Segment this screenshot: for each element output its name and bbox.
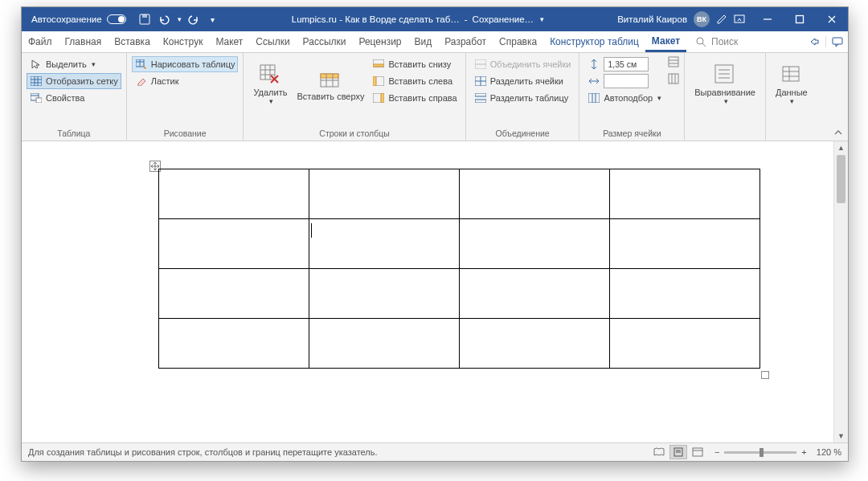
zoom-control: − + 120 % [714,447,841,457]
svg-rect-36 [373,76,376,86]
svg-rect-4 [796,16,804,23]
maximize-button[interactable] [784,7,816,31]
toggle-on-icon [107,14,126,24]
quick-access-toolbar: ▾ ▾ [133,12,225,26]
draw-table-button[interactable]: Нарисовать таблицу [132,56,239,72]
group-cell-size: 1,35 см Автоподбор▾ Размер ячейк [579,53,685,141]
svg-rect-38 [381,93,384,103]
avatar[interactable]: ВК [694,11,710,27]
split-cells-button[interactable]: Разделить ячейки [471,73,575,89]
tab-mailings[interactable]: Рассылки [297,31,353,52]
distribute-rows-icon[interactable] [668,56,679,72]
zoom-in-button[interactable]: + [801,447,806,457]
tab-developer[interactable]: Разработ [438,31,493,52]
select-button[interactable]: Выделить▾ [27,56,121,72]
tab-review[interactable]: Рецензир [352,31,407,52]
tab-help[interactable]: Справка [493,31,543,52]
merge-icon [474,58,487,71]
view-buttons [650,445,706,459]
view-gridlines-button[interactable]: Отобразить сетку [27,73,121,89]
data-button[interactable]: Данные▾ [771,56,813,112]
tab-table-layout[interactable]: Макет [645,31,686,52]
svg-rect-44 [475,93,486,96]
tab-design[interactable]: Конструк [157,31,210,52]
col-width-icon [588,75,600,88]
insert-above-icon [319,67,342,90]
svg-rect-9 [833,38,842,44]
user-name: Виталий Каиров [617,14,687,24]
tab-home[interactable]: Главная [59,31,108,52]
row-height-field[interactable]: 1,35 см [584,56,665,72]
scroll-thumb[interactable] [837,155,845,203]
group-data: Данные▾ [766,53,817,141]
group-rows-columns: Удалить▾ Вставить сверху Вставить снизу … [244,53,465,141]
split-table-button[interactable]: Разделить таблицу [471,90,575,106]
redo-icon[interactable] [186,12,201,26]
save-icon[interactable] [137,12,152,26]
scroll-down-icon[interactable]: ▼ [834,430,848,442]
pen-icon[interactable] [716,14,727,25]
insert-below-button[interactable]: Вставить снизу [369,56,460,72]
svg-rect-29 [321,74,338,78]
data-icon [780,63,803,86]
print-layout-button[interactable] [669,445,687,459]
tab-references[interactable]: Ссылки [249,31,296,52]
grid-icon [30,75,43,88]
insert-right-button[interactable]: Вставить справа [369,90,460,106]
insert-above-button[interactable]: Вставить сверху [292,56,369,112]
svg-rect-17 [36,98,42,103]
tab-file[interactable]: Файл [22,31,59,52]
minimize-button[interactable] [751,7,784,31]
page[interactable] [22,141,833,442]
svg-rect-48 [588,93,600,103]
read-mode-button[interactable] [650,445,668,459]
close-button[interactable] [816,7,848,31]
search-icon [696,37,706,47]
tab-table-design[interactable]: Конструктор таблиц [543,31,645,52]
autosave-toggle[interactable]: Автосохранение [22,14,133,24]
insert-left-button[interactable]: Вставить слева [369,73,460,89]
word-window: Автосохранение ▾ ▾ Lumpics.ru - Как в Во… [21,6,849,462]
ribbon-display-icon[interactable] [734,14,745,25]
insert-right-icon [372,92,385,104]
document-area: ▲ ▼ [22,141,848,442]
ribbon: Выделить▾ Отобразить сетку Свойства Табл… [22,53,848,141]
qat-customize-icon[interactable]: ▾ [206,12,220,26]
col-width-field[interactable] [584,73,665,89]
undo-icon[interactable] [157,12,171,26]
zoom-slider[interactable] [724,451,796,454]
delete-button[interactable]: Удалить▾ [248,56,292,112]
distribute-cols-icon[interactable] [668,73,679,89]
svg-rect-54 [669,74,678,84]
tab-view[interactable]: Вид [408,31,439,52]
autofit-icon [588,92,600,104]
title-bar: Автосохранение ▾ ▾ Lumpics.ru - Как в Во… [22,7,848,31]
tab-layout[interactable]: Макет [209,31,249,52]
scroll-up-icon[interactable]: ▲ [834,141,848,154]
properties-button[interactable]: Свойства [27,90,121,106]
zoom-out-button[interactable]: − [714,447,719,457]
comments-button[interactable] [825,36,848,47]
eraser-button[interactable]: Ластик [132,73,239,89]
split-table-icon [474,92,487,104]
properties-icon [30,92,43,104]
chevron-down-icon[interactable]: ▾ [178,15,182,23]
alignment-button[interactable]: Выравнивание▾ [690,56,760,112]
chevron-down-icon[interactable]: ▾ [540,15,544,23]
collapse-ribbon-icon[interactable] [833,128,843,137]
vertical-scrollbar[interactable]: ▲ ▼ [833,141,848,442]
menu-right [803,31,848,52]
search-box[interactable]: Поиск [686,31,803,52]
status-hint: Для создания таблицы и рисования строк, … [28,447,650,457]
svg-rect-34 [373,64,384,67]
document-table[interactable] [158,169,760,369]
web-layout-button[interactable] [689,445,706,459]
share-button[interactable] [803,36,825,47]
zoom-level[interactable]: 120 % [817,447,841,457]
autofit-button[interactable]: Автоподбор▾ [584,90,665,106]
group-draw: Нарисовать таблицу Ластик Рисование [127,53,244,141]
tab-insert[interactable]: Вставка [108,31,157,52]
table-resize-handle[interactable] [761,371,769,379]
merge-cells-button[interactable]: Объединить ячейки [471,56,575,72]
svg-rect-1 [142,14,147,18]
